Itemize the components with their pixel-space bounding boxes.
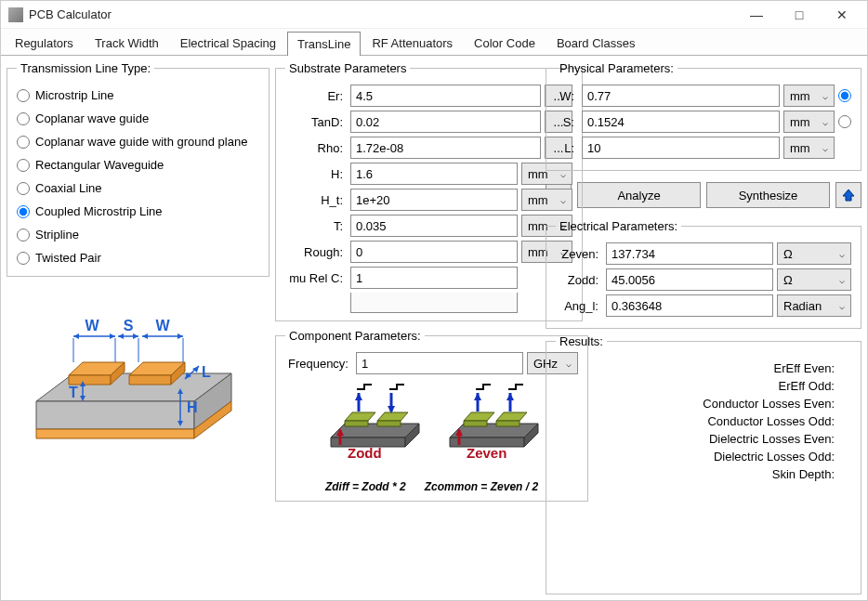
transline-option-1[interactable]: Coplanar wave guide: [17, 111, 259, 125]
svg-marker-12: [73, 333, 79, 339]
result-row-4: Dielectric Losses Even:: [565, 432, 842, 446]
physical-radio-1[interactable]: [838, 115, 851, 128]
transline-radio-5[interactable]: [17, 205, 30, 218]
transline-label-1: Coplanar wave guide: [35, 111, 149, 125]
substrate-input-0[interactable]: [350, 85, 541, 107]
substrate-input-3[interactable]: [350, 163, 518, 185]
zcommon-formula: Zcommon = Zeven / 2: [425, 480, 538, 493]
transline-option-7[interactable]: Twisted Pair: [17, 251, 259, 265]
electrical-unit-select-0[interactable]: Ω: [777, 242, 851, 265]
physical-radio-0[interactable]: [838, 89, 851, 102]
physical-unit-select-2[interactable]: mm: [783, 137, 835, 159]
tab-transline[interactable]: TransLine: [287, 32, 361, 56]
physical-parameters-group: Physical Parameters: W:mmS:mmL:mm: [546, 61, 861, 171]
physical-unit-select-0[interactable]: mm: [783, 85, 835, 107]
action-row: Analyze Synthesize: [546, 182, 861, 208]
transline-label-0: Microstrip Line: [35, 88, 114, 102]
physical-label-1: S:: [556, 115, 578, 129]
substrate-input-7[interactable]: [350, 267, 518, 289]
electrical-parameters-group: Electrical Parameters: Zeven:ΩZodd:ΩAng_…: [546, 219, 861, 329]
svg-marker-36: [331, 424, 419, 438]
tab-electrical-spacing[interactable]: Electrical Spacing: [170, 31, 286, 55]
window-buttons: — □ ✕: [735, 1, 863, 29]
component-parameters-legend: Component Parameters:: [285, 329, 425, 343]
transline-radio-7[interactable]: [17, 252, 30, 265]
electrical-input-0[interactable]: [606, 242, 773, 265]
physical-parameters-legend: Physical Parameters:: [556, 61, 677, 75]
arrow-up-button[interactable]: [835, 182, 861, 208]
window-title: PCB Calculator: [29, 7, 735, 21]
svg-marker-18: [142, 333, 148, 339]
transline-option-6[interactable]: Stripline: [17, 228, 259, 242]
physical-input-1[interactable]: [582, 111, 780, 133]
electrical-row-1: Zodd:Ω: [556, 268, 851, 291]
electrical-label-2: Ang_l:: [556, 299, 602, 313]
maximize-button[interactable]: □: [778, 1, 821, 29]
electrical-unit-select-1[interactable]: Ω: [777, 268, 851, 291]
result-row-1: ErEff Odd:: [565, 379, 842, 393]
transline-radio-0[interactable]: [17, 89, 30, 102]
transmission-line-type-group: Transmission Line Type: Microstrip LineC…: [7, 61, 270, 277]
electrical-input-1[interactable]: [606, 268, 773, 291]
substrate-row-1: TanD:...: [285, 111, 572, 133]
transline-label-6: Stripline: [35, 228, 79, 242]
impedance-diagram: Zodd: [285, 382, 578, 475]
result-row-5: Dielectric Losses Odd:: [565, 450, 842, 464]
tab-board-classes[interactable]: Board Classes: [546, 31, 646, 55]
physical-row-1: S:mm: [556, 111, 851, 133]
electrical-label-1: Zodd:: [556, 273, 602, 287]
tab-rf-attenuators[interactable]: RF Attenuators: [362, 31, 463, 55]
substrate-row-7: mu Rel C:: [285, 267, 572, 289]
tab-regulators[interactable]: Regulators: [5, 31, 84, 55]
physical-input-0[interactable]: [582, 85, 780, 107]
svg-marker-19: [178, 333, 183, 339]
substrate-unit-select-4[interactable]: mm: [521, 189, 572, 211]
svg-marker-58: [474, 393, 481, 400]
result-label-0: ErEff Even:: [565, 361, 842, 375]
result-label-4: Dielectric Losses Even:: [565, 432, 842, 446]
svg-marker-50: [450, 424, 538, 438]
transline-option-3[interactable]: Rectangular Waveguide: [17, 158, 259, 172]
substrate-input-2[interactable]: [350, 137, 541, 159]
substrate-label-5: T:: [285, 219, 347, 233]
physical-label-0: W:: [556, 89, 578, 103]
analyze-button[interactable]: Analyze: [577, 182, 701, 208]
electrical-input-2[interactable]: [606, 294, 773, 317]
substrate-input-4[interactable]: [350, 189, 518, 211]
substrate-input-6[interactable]: [350, 241, 518, 263]
physical-label-2: L:: [556, 141, 578, 155]
substrate-row-6: Rough:mm: [285, 241, 572, 263]
minimize-button[interactable]: —: [735, 1, 778, 29]
tab-color-code[interactable]: Color Code: [464, 31, 546, 55]
transline-label-5: Coupled Microstrip Line: [35, 204, 163, 218]
component-parameters-group: Component Parameters: Frequency: GHz: [275, 329, 588, 502]
svg-marker-41: [377, 412, 408, 421]
transline-radio-1[interactable]: [17, 112, 30, 125]
synthesize-button[interactable]: Synthesize: [706, 182, 830, 208]
physical-input-2[interactable]: [582, 137, 780, 159]
transline-radio-2[interactable]: [17, 136, 30, 149]
substrate-label-6: Rough:: [285, 245, 347, 259]
transline-option-0[interactable]: Microstrip Line: [17, 88, 259, 102]
substrate-input-1[interactable]: [350, 111, 541, 133]
transline-radio-4[interactable]: [17, 182, 30, 195]
transline-radio-3[interactable]: [17, 159, 30, 172]
transline-option-2[interactable]: Coplanar wave guide with ground plane: [17, 135, 259, 149]
svg-marker-6: [69, 375, 111, 385]
electrical-row-0: Zeven:Ω: [556, 242, 851, 265]
frequency-input[interactable]: [356, 352, 523, 374]
physical-unit-select-1[interactable]: mm: [783, 111, 835, 133]
transline-option-4[interactable]: Coaxial Line: [17, 181, 259, 195]
result-row-6: Skin Depth:: [565, 467, 842, 481]
tab-track-width[interactable]: Track Width: [85, 31, 169, 55]
substrate-row-0: Er:...: [285, 85, 572, 107]
svg-marker-39: [345, 412, 375, 421]
app-icon: [8, 7, 23, 22]
substrate-input-5[interactable]: [350, 215, 518, 237]
close-button[interactable]: ✕: [821, 1, 863, 29]
transline-option-5[interactable]: Coupled Microstrip Line: [17, 204, 259, 218]
transline-radio-6[interactable]: [17, 229, 30, 242]
transline-label-3: Rectangular Waveguide: [35, 158, 164, 172]
electrical-unit-select-2[interactable]: Radian: [777, 294, 851, 317]
arrow-up-icon: [842, 189, 855, 202]
